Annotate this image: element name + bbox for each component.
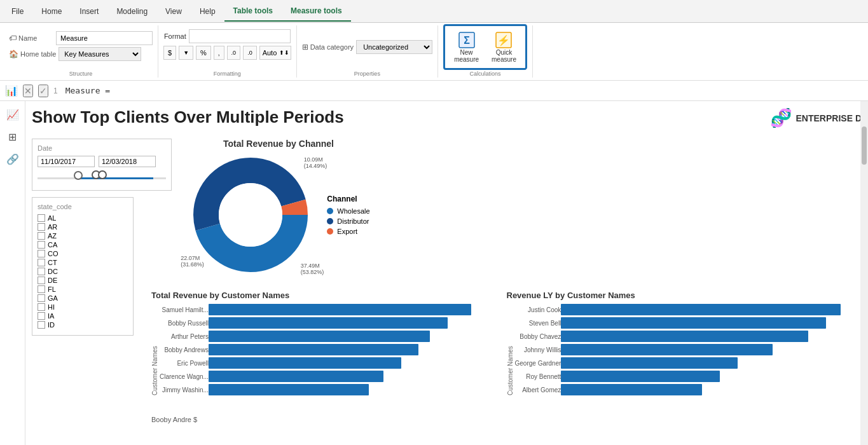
calculations-label: Calculations <box>438 71 532 78</box>
state-checkbox-ca[interactable] <box>38 241 45 249</box>
percent-button[interactable]: % <box>196 46 211 60</box>
tab-help[interactable]: Help <box>191 2 224 21</box>
dropdown-arrow-btn[interactable]: ▼ <box>179 46 193 60</box>
tab-table-tools[interactable]: Table tools <box>224 1 282 22</box>
calculations-group: Σ New measure ⚡ Quick measure Calculati <box>438 25 533 78</box>
annotation-wholesale: 37.49M(53.82%) <box>301 263 324 275</box>
date-from-input[interactable] <box>38 156 95 167</box>
formatting-group: Format $ ▼ % , .0 .0 Auto ⬆⬇ Formatting <box>158 25 297 78</box>
properties-group: ⊞ Data category Uncategorized Properties <box>297 25 438 78</box>
bar1-item[interactable] <box>209 344 418 355</box>
new-measure-button[interactable]: Σ New measure <box>450 29 483 65</box>
formula-cancel-button[interactable]: ✕ <box>23 85 33 97</box>
bar2-label: Albert Gomez <box>522 384 561 395</box>
scrollbar[interactable] <box>860 101 868 445</box>
tab-view[interactable]: View <box>156 2 191 21</box>
bar2-item[interactable] <box>561 344 773 355</box>
state-checkbox-id[interactable] <box>38 321 45 329</box>
formula-input[interactable] <box>65 86 863 95</box>
state-checkbox-ar[interactable] <box>38 223 45 231</box>
data-category-select[interactable]: Uncategorized <box>356 40 432 54</box>
bar2-item[interactable] <box>561 384 702 395</box>
model-view-icon[interactable]: 🔗 <box>4 151 22 168</box>
data-view-icon[interactable]: ⊞ <box>6 128 19 146</box>
bar1-item[interactable] <box>209 371 383 382</box>
chart-icon: 📊 <box>5 85 18 97</box>
bar2-item[interactable] <box>561 371 720 382</box>
bar1-item[interactable] <box>209 331 431 342</box>
bar1-label: Arthur Peters <box>171 331 209 342</box>
tab-measure-tools[interactable]: Measure tools <box>282 1 351 22</box>
bar2-label: Roy Bennett <box>526 371 561 382</box>
date-slider[interactable] <box>38 172 166 185</box>
state-checkbox-al[interactable] <box>38 214 45 222</box>
auto-stepper[interactable]: Auto ⬆⬇ <box>259 46 291 60</box>
bar2-item[interactable] <box>561 304 841 315</box>
name-input[interactable] <box>56 31 153 45</box>
donut-row: Total Revenue by Channel <box>145 139 862 280</box>
bar1-label: Eric Powell <box>177 357 208 369</box>
state-list: ALARAZCACOCTDCDEFLGAHIIAID <box>38 214 128 329</box>
formula-confirm-button[interactable]: ✓ <box>38 85 48 97</box>
state-checkbox-fl[interactable] <box>38 285 45 293</box>
state-item-ia: IA <box>38 312 128 320</box>
name-row: 🏷 Name <box>9 31 153 45</box>
slider-handle-overlap[interactable] <box>92 170 107 179</box>
bar1-item[interactable] <box>209 384 369 395</box>
new-measure-label: New measure <box>454 49 479 63</box>
state-label: CA <box>48 241 57 249</box>
bar-chart-1-labels: Samuel Hamilt...Bobby RussellArthur Pete… <box>160 304 209 395</box>
bar1-item[interactable] <box>209 357 401 369</box>
grid-icon: ⊞ <box>302 43 308 51</box>
bar2-item[interactable] <box>561 317 825 329</box>
format-input[interactable] <box>189 29 291 43</box>
bar2-item[interactable] <box>561 357 738 369</box>
properties-label: Properties <box>297 71 437 78</box>
state-label: HI <box>48 303 55 311</box>
state-label: CO <box>48 250 59 257</box>
state-label: CT <box>48 259 57 266</box>
home-table-select[interactable]: Key Measures <box>59 47 141 61</box>
dec-increase-button[interactable]: .0 <box>227 46 241 60</box>
slider-handle-left[interactable] <box>74 171 83 180</box>
bar1-item[interactable] <box>209 304 471 315</box>
state-checkbox-hi[interactable] <box>38 303 45 311</box>
tab-file[interactable]: File <box>3 2 32 21</box>
bar1-item[interactable] <box>209 317 448 329</box>
formula-bar: 📊 ✕ ✓ 1 <box>0 81 868 101</box>
state-checkbox-co[interactable] <box>38 250 45 257</box>
bar-chart-1-y-axis: Customer Names <box>151 304 158 395</box>
report-view-icon[interactable]: 📈 <box>4 106 22 123</box>
bar1-label: Bobby Russell <box>168 317 209 329</box>
dec-decrease-button[interactable]: .0 <box>243 46 257 60</box>
data-category-label: ⊞ Data category <box>302 43 354 51</box>
state-checkbox-az[interactable] <box>38 232 45 240</box>
scrollbar-thumb[interactable] <box>862 127 867 165</box>
slicers-column: Date <box>32 139 140 426</box>
svg-text:Σ: Σ <box>464 35 470 46</box>
annotation-export: 10.09M(14.49%) <box>304 156 327 169</box>
bar2-label: Justin Cook <box>528 304 561 315</box>
tab-home[interactable]: Home <box>32 2 71 21</box>
state-checkbox-ga[interactable] <box>38 294 45 302</box>
format-row1: Format <box>164 29 291 43</box>
quick-measure-button[interactable]: ⚡ Quick measure <box>488 29 520 65</box>
bar-chart-2-y-axis: Customer Names <box>507 304 514 395</box>
state-checkbox-ia[interactable] <box>38 312 45 320</box>
state-label: FL <box>48 285 56 293</box>
tab-modeling[interactable]: Modeling <box>107 2 156 21</box>
currency-button[interactable]: $ <box>163 46 176 60</box>
state-checkbox-de[interactable] <box>38 277 45 284</box>
svg-point-7 <box>219 183 282 247</box>
state-checkbox-ct[interactable] <box>38 259 45 266</box>
data-category-row: ⊞ Data category Uncategorized <box>302 40 432 54</box>
bar-chart-1: Total Revenue by Customer Names Customer… <box>151 291 500 413</box>
bar-chart-2: Revenue LY by Customer Names Customer Na… <box>507 291 856 413</box>
comma-button[interactable]: , <box>214 46 224 60</box>
bar2-item[interactable] <box>561 331 808 342</box>
export-label: Export <box>337 228 357 235</box>
bar2-label: George Gardner <box>515 357 561 369</box>
tab-insert[interactable]: Insert <box>71 2 107 21</box>
bar1-label: Clarence Wagn... <box>160 371 209 382</box>
state-checkbox-dc[interactable] <box>38 268 45 275</box>
